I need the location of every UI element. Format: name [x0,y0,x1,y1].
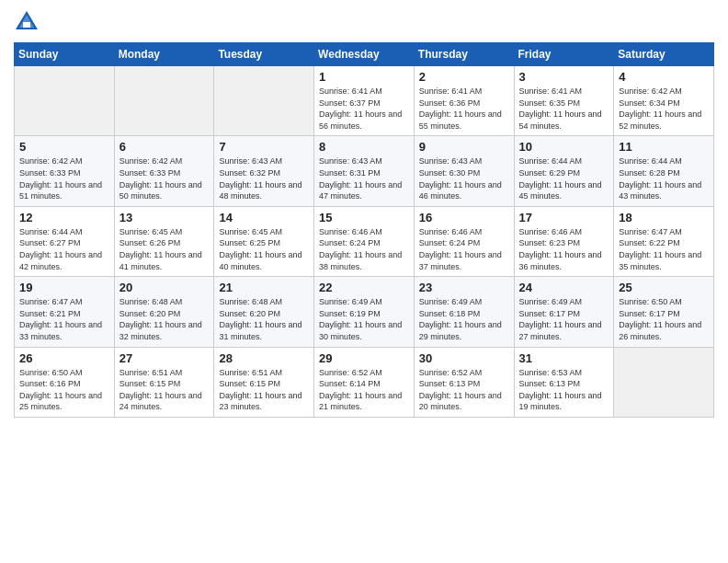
day-info: Sunrise: 6:43 AMSunset: 6:31 PMDaylight:… [319,155,409,201]
day-info: Sunrise: 6:47 AMSunset: 6:21 PMDaylight:… [19,296,109,342]
weekday-header-thursday: Thursday [414,43,514,66]
calendar-cell: 24Sunrise: 6:49 AMSunset: 6:17 PMDayligh… [514,277,614,347]
calendar-cell: 17Sunrise: 6:46 AMSunset: 6:23 PMDayligh… [514,206,614,276]
day-number: 27 [119,351,210,365]
day-info: Sunrise: 6:48 AMSunset: 6:20 PMDaylight:… [219,296,309,342]
calendar-cell: 30Sunrise: 6:52 AMSunset: 6:13 PMDayligh… [414,347,514,417]
day-info: Sunrise: 6:41 AMSunset: 6:36 PMDaylight:… [419,86,509,132]
weekday-header-row: SundayMondayTuesdayWednesdayThursdayFrid… [15,43,714,66]
day-info: Sunrise: 6:50 AMSunset: 6:16 PMDaylight:… [19,367,109,413]
day-number: 13 [119,211,210,224]
day-info: Sunrise: 6:43 AMSunset: 6:32 PMDaylight:… [219,155,309,201]
day-number: 9 [419,140,509,154]
calendar-cell: 5Sunrise: 6:42 AMSunset: 6:33 PMDaylight… [15,136,115,206]
day-number: 26 [19,351,109,365]
day-number: 17 [519,211,609,224]
day-info: Sunrise: 6:49 AMSunset: 6:18 PMDaylight:… [419,296,509,342]
day-info: Sunrise: 6:48 AMSunset: 6:20 PMDaylight:… [119,296,210,342]
day-info: Sunrise: 6:41 AMSunset: 6:35 PMDaylight:… [519,86,609,132]
day-info: Sunrise: 6:46 AMSunset: 6:24 PMDaylight:… [419,226,509,272]
calendar-cell: 22Sunrise: 6:49 AMSunset: 6:19 PMDayligh… [314,277,415,347]
calendar-cell: 16Sunrise: 6:46 AMSunset: 6:24 PMDayligh… [414,206,514,276]
calendar-cell [114,66,214,136]
calendar-cell: 23Sunrise: 6:49 AMSunset: 6:18 PMDayligh… [414,277,514,347]
calendar-cell: 3Sunrise: 6:41 AMSunset: 6:35 PMDaylight… [514,66,614,136]
calendar-table: SundayMondayTuesdayWednesdayThursdayFrid… [14,42,714,418]
calendar-cell: 13Sunrise: 6:45 AMSunset: 6:26 PMDayligh… [114,206,214,276]
weekday-header-wednesday: Wednesday [314,43,415,66]
weekday-header-saturday: Saturday [614,43,714,66]
calendar-cell: 31Sunrise: 6:53 AMSunset: 6:13 PMDayligh… [514,347,614,417]
day-info: Sunrise: 6:42 AMSunset: 6:33 PMDaylight:… [119,155,210,201]
day-number: 14 [219,211,309,224]
day-info: Sunrise: 6:45 AMSunset: 6:26 PMDaylight:… [119,226,210,272]
logo-icon [14,9,40,35]
day-number: 20 [119,281,210,294]
day-number: 30 [419,351,509,365]
day-number: 5 [19,140,109,154]
day-info: Sunrise: 6:44 AMSunset: 6:28 PMDaylight:… [619,155,709,201]
weekday-header-monday: Monday [114,43,214,66]
day-number: 29 [319,351,409,365]
day-info: Sunrise: 6:51 AMSunset: 6:15 PMDaylight:… [219,367,309,413]
calendar-cell: 2Sunrise: 6:41 AMSunset: 6:36 PMDaylight… [414,66,514,136]
day-number: 8 [319,140,409,154]
page: SundayMondayTuesdayWednesdayThursdayFrid… [0,0,728,563]
day-number: 22 [319,281,409,294]
day-number: 1 [319,70,409,84]
day-number: 24 [519,281,609,294]
day-info: Sunrise: 6:46 AMSunset: 6:23 PMDaylight:… [519,226,609,272]
calendar-cell: 28Sunrise: 6:51 AMSunset: 6:15 PMDayligh… [214,347,314,417]
day-info: Sunrise: 6:51 AMSunset: 6:15 PMDaylight:… [119,367,210,413]
day-info: Sunrise: 6:50 AMSunset: 6:17 PMDaylight:… [619,296,709,342]
calendar-cell: 10Sunrise: 6:44 AMSunset: 6:29 PMDayligh… [514,136,614,206]
day-number: 23 [419,281,509,294]
calendar-week-1: 1Sunrise: 6:41 AMSunset: 6:37 PMDaylight… [15,66,714,136]
calendar-cell: 18Sunrise: 6:47 AMSunset: 6:22 PMDayligh… [614,206,714,276]
day-number: 11 [619,140,709,154]
calendar-cell [614,347,714,417]
calendar-header: SundayMondayTuesdayWednesdayThursdayFrid… [15,43,714,66]
calendar-cell: 26Sunrise: 6:50 AMSunset: 6:16 PMDayligh… [15,347,115,417]
day-info: Sunrise: 6:45 AMSunset: 6:25 PMDaylight:… [219,226,309,272]
calendar-cell: 25Sunrise: 6:50 AMSunset: 6:17 PMDayligh… [614,277,714,347]
day-number: 18 [619,211,709,224]
day-info: Sunrise: 6:41 AMSunset: 6:37 PMDaylight:… [319,86,409,132]
calendar-week-3: 12Sunrise: 6:44 AMSunset: 6:27 PMDayligh… [15,206,714,276]
header [14,9,714,35]
calendar-cell: 20Sunrise: 6:48 AMSunset: 6:20 PMDayligh… [114,277,214,347]
calendar-cell: 9Sunrise: 6:43 AMSunset: 6:30 PMDaylight… [414,136,514,206]
calendar-cell: 21Sunrise: 6:48 AMSunset: 6:20 PMDayligh… [214,277,314,347]
day-info: Sunrise: 6:49 AMSunset: 6:19 PMDaylight:… [319,296,409,342]
calendar-cell: 6Sunrise: 6:42 AMSunset: 6:33 PMDaylight… [114,136,214,206]
day-number: 3 [519,70,609,84]
calendar-cell: 15Sunrise: 6:46 AMSunset: 6:24 PMDayligh… [314,206,415,276]
calendar-cell: 27Sunrise: 6:51 AMSunset: 6:15 PMDayligh… [114,347,214,417]
day-number: 4 [619,70,709,84]
day-number: 25 [619,281,709,294]
day-info: Sunrise: 6:44 AMSunset: 6:29 PMDaylight:… [519,155,609,201]
day-number: 31 [519,351,609,365]
calendar-cell: 1Sunrise: 6:41 AMSunset: 6:37 PMDaylight… [314,66,415,136]
calendar-cell: 11Sunrise: 6:44 AMSunset: 6:28 PMDayligh… [614,136,714,206]
day-info: Sunrise: 6:42 AMSunset: 6:34 PMDaylight:… [619,86,709,132]
calendar-cell: 8Sunrise: 6:43 AMSunset: 6:31 PMDaylight… [314,136,415,206]
day-number: 10 [519,140,609,154]
day-info: Sunrise: 6:47 AMSunset: 6:22 PMDaylight:… [619,226,709,272]
calendar-week-4: 19Sunrise: 6:47 AMSunset: 6:21 PMDayligh… [15,277,714,347]
weekday-header-tuesday: Tuesday [214,43,314,66]
day-number: 21 [219,281,309,294]
calendar-cell: 29Sunrise: 6:52 AMSunset: 6:14 PMDayligh… [314,347,415,417]
calendar-cell [214,66,314,136]
day-info: Sunrise: 6:42 AMSunset: 6:33 PMDaylight:… [19,155,109,201]
calendar-cell: 4Sunrise: 6:42 AMSunset: 6:34 PMDaylight… [614,66,714,136]
day-info: Sunrise: 6:49 AMSunset: 6:17 PMDaylight:… [519,296,609,342]
day-number: 28 [219,351,309,365]
calendar-cell: 7Sunrise: 6:43 AMSunset: 6:32 PMDaylight… [214,136,314,206]
svg-rect-2 [23,22,30,28]
day-info: Sunrise: 6:52 AMSunset: 6:14 PMDaylight:… [319,367,409,413]
weekday-header-sunday: Sunday [15,43,115,66]
day-number: 19 [19,281,109,294]
day-number: 12 [19,211,109,224]
calendar-body: 1Sunrise: 6:41 AMSunset: 6:37 PMDaylight… [15,66,714,418]
